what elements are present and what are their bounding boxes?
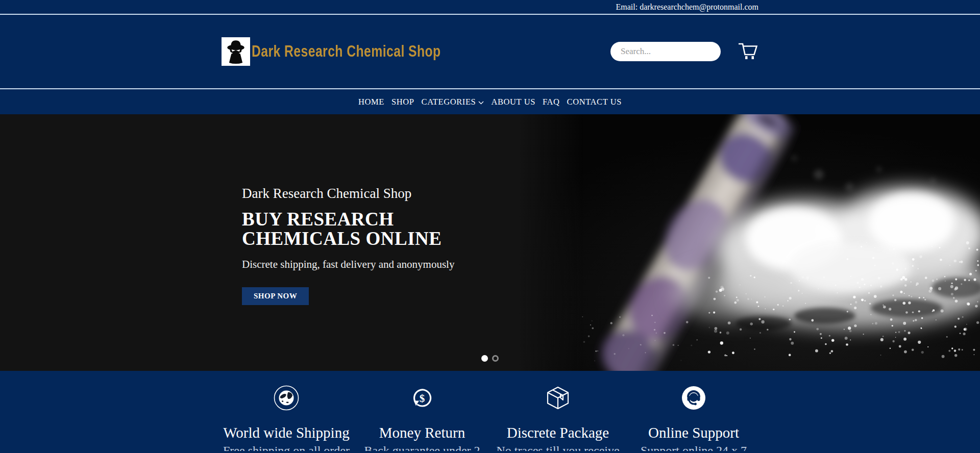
main-nav: HOME SHOP CATEGORIES ABOUT US FAQ CONTAC… [0, 89, 980, 114]
feature-worldwide-shipping: World wide Shipping Free shipping on all… [218, 385, 354, 451]
feature-subtitle: Free shipping on all order [218, 443, 354, 451]
feature-subtitle: Support online 24 x 7 [626, 443, 762, 451]
feature-subtitle: No traces till you receive [490, 443, 626, 451]
hero-image [519, 114, 980, 371]
shop-now-button[interactable]: SHOP NOW [242, 287, 309, 305]
headset-icon [626, 385, 762, 411]
nav-item-categories[interactable]: CATEGORIES [422, 97, 484, 107]
hero-eyebrow: Dark Research Chemical Shop [242, 186, 461, 202]
svg-text:$: $ [420, 392, 425, 405]
carousel-dot-2[interactable] [492, 355, 499, 362]
search-input[interactable] [610, 42, 721, 61]
chevron-down-icon [478, 97, 484, 107]
topbar: Email: darkresearchchem@protonmail.com [0, 0, 980, 15]
feature-title: Online Support [626, 425, 762, 440]
globe-icon [218, 385, 354, 411]
cart-button[interactable] [737, 41, 758, 62]
feature-discrete-package: Discrete Package No traces till you rece… [490, 385, 626, 451]
header: Dark Research Chemical Shop [0, 15, 980, 89]
shopping-cart-icon [737, 41, 758, 62]
feature-title: World wide Shipping [218, 425, 354, 440]
feature-title: Money Return [354, 425, 490, 440]
feature-money-return: $ Money Return Back guarantee under 2 da… [354, 385, 490, 451]
site-logo[interactable]: Dark Research Chemical Shop [222, 37, 488, 66]
carousel-dot-1[interactable] [481, 355, 488, 362]
nav-item-shop[interactable]: SHOP [391, 97, 414, 107]
feature-title: Discrete Package [490, 425, 626, 440]
hero-carousel: Dark Research Chemical Shop BUY RESEARCH… [0, 114, 980, 371]
nav-item-faq[interactable]: FAQ [543, 97, 560, 107]
contact-email[interactable]: Email: darkresearchchem@protonmail.com [616, 3, 758, 11]
hero-subtitle: Discrete shipping, fast delivery and ano… [242, 258, 461, 271]
hero-title: BUY RESEARCH CHEMICALS ONLINE [242, 210, 461, 248]
package-icon [490, 385, 626, 411]
nav-item-contact-us[interactable]: CONTACT US [567, 97, 622, 107]
nav-item-home[interactable]: HOME [358, 97, 384, 107]
carousel-dots [481, 355, 499, 362]
hero-content: Dark Research Chemical Shop BUY RESEARCH… [242, 186, 461, 305]
feature-online-support: Online Support Support online 24 x 7 [626, 385, 762, 451]
features-strip: World wide Shipping Free shipping on all… [0, 371, 980, 451]
feature-subtitle: Back guarantee under 2 days [354, 443, 490, 451]
spy-icon [222, 37, 250, 66]
money-return-icon: $ [354, 385, 490, 411]
nav-item-about-us[interactable]: ABOUT US [491, 97, 535, 107]
brand-title: Dark Research Chemical Shop [252, 42, 441, 61]
